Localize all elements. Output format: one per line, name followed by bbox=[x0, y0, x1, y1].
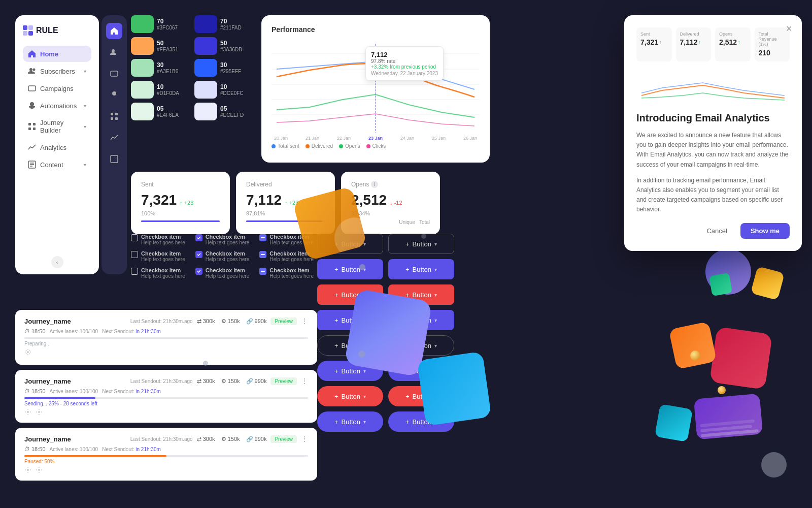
plus-icon-5: + bbox=[334, 291, 339, 299]
modal-title: Introducing Email Analytics bbox=[636, 111, 790, 124]
deco-3d-right-2 bbox=[751, 266, 785, 300]
legend-dot-clicks bbox=[366, 144, 370, 148]
svg-rect-16 bbox=[111, 71, 118, 76]
color-num-3: 30 bbox=[157, 61, 178, 69]
stat-actions-opens: Unique Total bbox=[351, 219, 430, 225]
mini-journey-btn[interactable] bbox=[106, 108, 122, 124]
mini-analytics-btn[interactable] bbox=[106, 130, 122, 146]
journey-dots-3[interactable]: ⋮ bbox=[301, 435, 308, 443]
sidebar-item-campaigns[interactable]: Campaigns bbox=[23, 80, 91, 97]
content-icon bbox=[28, 161, 36, 169]
journey-progress-bar-2 bbox=[24, 397, 308, 399]
mini-automations-btn[interactable] bbox=[106, 87, 122, 103]
color-box-green-10 bbox=[131, 81, 154, 99]
mini-home-btn[interactable] bbox=[106, 23, 122, 39]
color-box-blue-50 bbox=[194, 37, 217, 55]
checkbox-6[interactable] bbox=[259, 251, 266, 258]
checkbox-5[interactable] bbox=[195, 251, 202, 258]
svg-rect-0 bbox=[23, 25, 27, 30]
mini-content-btn[interactable] bbox=[106, 151, 122, 167]
mini-sidebar bbox=[101, 15, 127, 274]
color-swatch-blue-70: 70 #211FAD bbox=[194, 15, 255, 33]
journey-next-3: Next Sendout: in 21h:30m bbox=[102, 447, 161, 452]
mini-subscribers-btn[interactable] bbox=[106, 44, 122, 60]
tooltip-value: 7,112 bbox=[371, 51, 438, 58]
checkbox-item-8: Checkbox item Help text goes here bbox=[195, 267, 255, 279]
btn-label-15: Button bbox=[342, 418, 361, 426]
total-btn[interactable]: Total bbox=[419, 219, 430, 225]
cb-label-8: Checkbox item bbox=[206, 267, 250, 273]
subscribers-icon bbox=[28, 67, 36, 75]
checkbox-4[interactable] bbox=[131, 251, 138, 258]
plus-icon-3: + bbox=[334, 266, 339, 273]
checkboxes-area: Checkbox item Help text goes here Checkb… bbox=[131, 234, 319, 279]
journey-next-1: Next Sendout: in 21h:30m bbox=[102, 329, 161, 334]
stat-change-opens: ↓ -12 bbox=[390, 200, 402, 206]
checkbox-3[interactable] bbox=[259, 234, 266, 241]
button-red-pill-1[interactable]: + Button ▾ bbox=[317, 386, 383, 406]
svg-rect-9 bbox=[28, 128, 31, 130]
modal-cancel-button[interactable]: Cancel bbox=[698, 223, 735, 239]
sidebar-label-content: Content bbox=[40, 161, 80, 169]
journey-preview-btn-3[interactable]: Preview bbox=[270, 435, 297, 443]
journey-progress-fill-3 bbox=[24, 455, 166, 457]
modal-show-button[interactable]: Show me bbox=[740, 223, 790, 239]
modal-close-btn[interactable]: ✕ bbox=[783, 22, 795, 35]
svg-rect-2 bbox=[23, 31, 27, 36]
checkbox-7[interactable] bbox=[131, 268, 138, 275]
checkbox-8[interactable] bbox=[195, 268, 202, 275]
journey-preview-btn-1[interactable]: Preview bbox=[270, 318, 297, 325]
color-num-4: 10 bbox=[157, 83, 179, 90]
sidebar-collapse-btn[interactable]: ‹ bbox=[51, 256, 63, 268]
journey-last-sendout-1: Last Sendout: 21h:30m.ago bbox=[130, 319, 193, 324]
journey-dots-2[interactable]: ⋮ bbox=[301, 377, 308, 385]
checkbox-item-4: Checkbox item Help text goes here bbox=[131, 250, 190, 262]
cb-label-1: Checkbox item bbox=[141, 234, 185, 240]
sidebar-item-analytics[interactable]: Analytics bbox=[23, 139, 91, 155]
modal-stat-change-opens: ↑ bbox=[738, 40, 740, 45]
checkbox-9[interactable] bbox=[259, 268, 266, 275]
x-label-4: 23 Jan bbox=[368, 136, 383, 141]
plus-icon-9: + bbox=[334, 342, 339, 350]
button-purple-2[interactable]: + Button ▾ bbox=[388, 259, 454, 279]
mini-campaigns-btn[interactable] bbox=[106, 66, 122, 82]
journey-gear-icon-2b bbox=[36, 408, 43, 416]
journey-preview-btn-2[interactable]: Preview bbox=[270, 377, 297, 385]
svg-rect-20 bbox=[115, 117, 118, 120]
svg-point-32 bbox=[27, 469, 29, 471]
color-num-b5: 05 bbox=[220, 105, 244, 112]
checkbox-2[interactable] bbox=[195, 234, 202, 241]
sidebar-item-automations[interactable]: Automations ▾ bbox=[23, 98, 91, 114]
svg-rect-18 bbox=[115, 113, 118, 115]
sidebar-item-content[interactable]: Content ▾ bbox=[23, 156, 91, 173]
button-purple-pill-3[interactable]: + Button ▾ bbox=[317, 411, 383, 432]
journey-active-1: Active lanes: 100/100 bbox=[50, 329, 98, 334]
journey-dots-1[interactable]: ⋮ bbox=[301, 317, 308, 325]
checkbox-1[interactable] bbox=[131, 234, 138, 241]
journey-time-2: ⏱ 18:50 bbox=[24, 388, 46, 394]
color-swatch-green-10: 10 #D1F0DA bbox=[131, 81, 192, 99]
btn-label-13: Button bbox=[342, 393, 361, 400]
legend-opens: Opens bbox=[339, 143, 360, 149]
plus-icon-4: + bbox=[405, 266, 410, 273]
sidebar-item-subscribers[interactable]: Subscribers ▾ bbox=[23, 63, 91, 79]
unique-btn[interactable]: Unique bbox=[399, 219, 415, 225]
sidebar-item-home[interactable]: Home bbox=[23, 46, 91, 62]
btn-label-2: Button bbox=[413, 240, 432, 248]
modal-stat-label-delivered: Delivered bbox=[680, 31, 707, 37]
plus-icon-15: + bbox=[334, 418, 339, 426]
svg-rect-8 bbox=[33, 123, 36, 125]
journey-status-text-1: Preparing... bbox=[24, 341, 308, 346]
cb-label-5: Checkbox item bbox=[206, 250, 250, 257]
sidebar-label-subscribers: Subscribers bbox=[40, 68, 80, 75]
btn-chevron-13: ▾ bbox=[363, 394, 366, 399]
color-hex-b1: #211FAD bbox=[220, 25, 242, 30]
modal-mini-chart bbox=[636, 68, 790, 103]
button-purple-1[interactable]: + Button ▾ bbox=[317, 259, 383, 279]
deco-3d-right-4 bbox=[709, 327, 772, 390]
sidebar-item-journey-builder[interactable]: Journey Builder ▾ bbox=[23, 115, 91, 138]
stat-card-sent: Sent 7,321 ↑ +23 100% bbox=[131, 172, 230, 234]
checkbox-item-2: Checkbox item Help text goes here bbox=[195, 234, 255, 245]
color-hex-b2: #3A36DB bbox=[220, 47, 242, 52]
journey-progress-bar-1 bbox=[24, 337, 308, 339]
